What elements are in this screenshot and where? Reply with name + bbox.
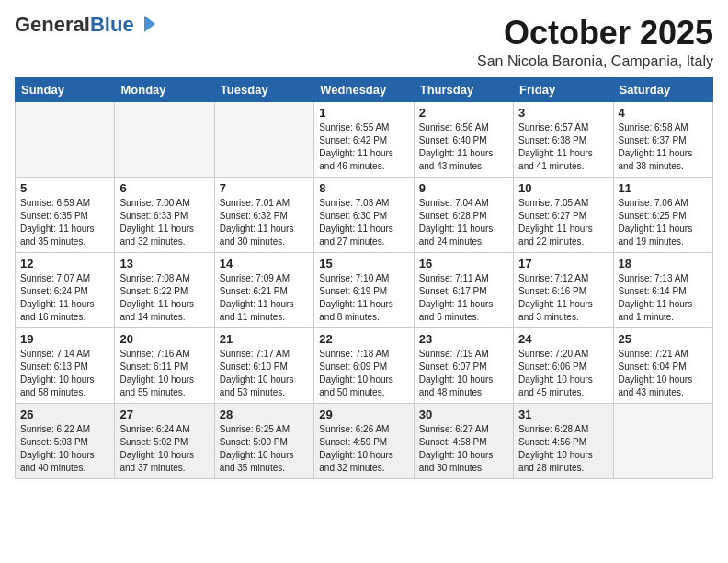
day-number: 25 — [619, 332, 708, 346]
calendar-cell: 22Sunrise: 7:18 AM Sunset: 6:09 PM Dayli… — [314, 327, 414, 403]
calendar-cell: 7Sunrise: 7:01 AM Sunset: 6:32 PM Daylig… — [214, 177, 313, 252]
day-number: 4 — [619, 106, 708, 120]
day-number: 24 — [518, 332, 608, 346]
calendar-cell: 15Sunrise: 7:10 AM Sunset: 6:19 PM Dayli… — [314, 252, 414, 327]
day-number: 18 — [619, 257, 708, 270]
day-number: 27 — [119, 408, 209, 421]
logo-text: GeneralBlue — [15, 15, 134, 35]
day-info: Sunrise: 7:10 AM Sunset: 6:19 PM Dayligh… — [319, 272, 408, 324]
calendar-cell: 18Sunrise: 7:13 AM Sunset: 6:14 PM Dayli… — [613, 252, 712, 327]
calendar-cell: 23Sunrise: 7:19 AM Sunset: 6:07 PM Dayli… — [414, 327, 513, 403]
title-block: October 2025 San Nicola Baronia, Campani… — [477, 15, 713, 70]
calendar-cell: 6Sunrise: 7:00 AM Sunset: 6:33 PM Daylig… — [115, 177, 214, 252]
day-number: 1 — [319, 106, 408, 120]
calendar-cell: 4Sunrise: 6:58 AM Sunset: 6:37 PM Daylig… — [613, 101, 712, 177]
day-info: Sunrise: 7:11 AM Sunset: 6:17 PM Dayligh… — [419, 272, 508, 324]
calendar-week-4: 26Sunrise: 6:22 AM Sunset: 5:03 PM Dayli… — [16, 403, 713, 478]
day-number: 21 — [220, 332, 309, 346]
day-number: 2 — [419, 106, 508, 120]
day-info: Sunrise: 6:24 AM Sunset: 5:02 PM Dayligh… — [119, 423, 209, 475]
calendar-cell: 1Sunrise: 6:55 AM Sunset: 6:42 PM Daylig… — [314, 101, 414, 177]
day-info: Sunrise: 6:27 AM Sunset: 4:58 PM Dayligh… — [419, 423, 508, 475]
calendar-title: October 2025 — [477, 15, 713, 52]
calendar-cell: 25Sunrise: 7:21 AM Sunset: 6:04 PM Dayli… — [613, 327, 712, 403]
calendar-week-0: 1Sunrise: 6:55 AM Sunset: 6:42 PM Daylig… — [16, 101, 713, 177]
day-info: Sunrise: 7:20 AM Sunset: 6:06 PM Dayligh… — [518, 348, 608, 399]
calendar-cell: 11Sunrise: 7:06 AM Sunset: 6:25 PM Dayli… — [613, 177, 712, 252]
day-info: Sunrise: 6:57 AM Sunset: 6:38 PM Dayligh… — [518, 121, 608, 173]
day-info: Sunrise: 7:13 AM Sunset: 6:14 PM Dayligh… — [619, 272, 708, 324]
day-number: 12 — [20, 257, 109, 270]
calendar-subtitle: San Nicola Baronia, Campania, Italy — [477, 53, 713, 70]
day-info: Sunrise: 6:59 AM Sunset: 6:35 PM Dayligh… — [20, 197, 109, 248]
column-header-saturday: Saturday — [613, 77, 712, 101]
day-info: Sunrise: 7:19 AM Sunset: 6:07 PM Dayligh… — [419, 348, 508, 399]
calendar-cell: 12Sunrise: 7:07 AM Sunset: 6:24 PM Dayli… — [16, 252, 115, 327]
column-header-monday: Monday — [115, 77, 214, 101]
day-number: 10 — [518, 181, 608, 195]
calendar-cell — [613, 403, 712, 478]
calendar-week-1: 5Sunrise: 6:59 AM Sunset: 6:35 PM Daylig… — [16, 177, 713, 252]
day-number: 16 — [419, 257, 508, 270]
calendar-cell: 17Sunrise: 7:12 AM Sunset: 6:16 PM Dayli… — [514, 252, 613, 327]
calendar-cell: 5Sunrise: 6:59 AM Sunset: 6:35 PM Daylig… — [16, 177, 115, 252]
calendar-cell: 19Sunrise: 7:14 AM Sunset: 6:13 PM Dayli… — [16, 327, 115, 403]
calendar-cell: 26Sunrise: 6:22 AM Sunset: 5:03 PM Dayli… — [16, 403, 115, 478]
calendar-cell — [115, 101, 214, 177]
column-header-sunday: Sunday — [16, 77, 115, 101]
day-number: 8 — [319, 181, 408, 195]
calendar-cell: 8Sunrise: 7:03 AM Sunset: 6:30 PM Daylig… — [314, 177, 414, 252]
day-info: Sunrise: 6:25 AM Sunset: 5:00 PM Dayligh… — [220, 423, 309, 475]
day-number: 20 — [119, 332, 209, 346]
day-number: 19 — [20, 332, 109, 346]
calendar-body: 1Sunrise: 6:55 AM Sunset: 6:42 PM Daylig… — [16, 101, 713, 478]
day-info: Sunrise: 7:21 AM Sunset: 6:04 PM Dayligh… — [619, 348, 708, 399]
day-info: Sunrise: 7:18 AM Sunset: 6:09 PM Dayligh… — [319, 348, 408, 399]
day-number: 28 — [220, 408, 309, 421]
day-info: Sunrise: 6:56 AM Sunset: 6:40 PM Dayligh… — [419, 121, 508, 173]
day-info: Sunrise: 6:58 AM Sunset: 6:37 PM Dayligh… — [619, 121, 708, 173]
calendar-cell: 27Sunrise: 6:24 AM Sunset: 5:02 PM Dayli… — [115, 403, 214, 478]
calendar-cell: 2Sunrise: 6:56 AM Sunset: 6:40 PM Daylig… — [414, 101, 513, 177]
calendar-cell: 24Sunrise: 7:20 AM Sunset: 6:06 PM Dayli… — [514, 327, 613, 403]
calendar-cell: 9Sunrise: 7:04 AM Sunset: 6:28 PM Daylig… — [414, 177, 513, 252]
day-info: Sunrise: 7:14 AM Sunset: 6:13 PM Dayligh… — [20, 348, 109, 399]
calendar-table: SundayMondayTuesdayWednesdayThursdayFrid… — [15, 77, 713, 479]
day-info: Sunrise: 7:17 AM Sunset: 6:10 PM Dayligh… — [220, 348, 309, 399]
day-info: Sunrise: 7:06 AM Sunset: 6:25 PM Dayligh… — [619, 197, 708, 248]
calendar-week-3: 19Sunrise: 7:14 AM Sunset: 6:13 PM Dayli… — [16, 327, 713, 403]
day-number: 17 — [518, 257, 608, 270]
day-number: 23 — [419, 332, 508, 346]
logo: GeneralBlue — [15, 15, 157, 35]
day-info: Sunrise: 7:16 AM Sunset: 6:11 PM Dayligh… — [119, 348, 209, 399]
column-header-tuesday: Tuesday — [214, 77, 313, 101]
logo-icon — [137, 14, 157, 34]
day-number: 29 — [319, 408, 408, 421]
calendar-cell: 31Sunrise: 6:28 AM Sunset: 4:56 PM Dayli… — [514, 403, 613, 478]
calendar-cell: 13Sunrise: 7:08 AM Sunset: 6:22 PM Dayli… — [115, 252, 214, 327]
day-info: Sunrise: 6:22 AM Sunset: 5:03 PM Dayligh… — [20, 423, 109, 475]
day-info: Sunrise: 7:03 AM Sunset: 6:30 PM Dayligh… — [319, 197, 408, 248]
svg-marker-0 — [144, 16, 155, 32]
calendar-cell: 16Sunrise: 7:11 AM Sunset: 6:17 PM Dayli… — [414, 252, 513, 327]
calendar-cell: 14Sunrise: 7:09 AM Sunset: 6:21 PM Dayli… — [214, 252, 313, 327]
column-header-friday: Friday — [514, 77, 613, 101]
day-number: 15 — [319, 257, 408, 270]
calendar-cell: 29Sunrise: 6:26 AM Sunset: 4:59 PM Dayli… — [314, 403, 414, 478]
calendar-cell — [214, 101, 313, 177]
calendar-header-row: SundayMondayTuesdayWednesdayThursdayFrid… — [16, 77, 713, 101]
day-number: 30 — [419, 408, 508, 421]
calendar-week-2: 12Sunrise: 7:07 AM Sunset: 6:24 PM Dayli… — [16, 252, 713, 327]
day-number: 22 — [319, 332, 408, 346]
day-number: 9 — [419, 181, 508, 195]
day-info: Sunrise: 6:28 AM Sunset: 4:56 PM Dayligh… — [518, 423, 608, 475]
day-number: 14 — [220, 257, 309, 270]
day-number: 5 — [20, 181, 109, 195]
day-info: Sunrise: 7:12 AM Sunset: 6:16 PM Dayligh… — [518, 272, 608, 324]
day-info: Sunrise: 7:04 AM Sunset: 6:28 PM Dayligh… — [419, 197, 508, 248]
calendar-cell: 28Sunrise: 6:25 AM Sunset: 5:00 PM Dayli… — [214, 403, 313, 478]
day-info: Sunrise: 6:55 AM Sunset: 6:42 PM Dayligh… — [319, 121, 408, 173]
day-number: 11 — [619, 181, 708, 195]
calendar-cell: 3Sunrise: 6:57 AM Sunset: 6:38 PM Daylig… — [514, 101, 613, 177]
day-info: Sunrise: 7:07 AM Sunset: 6:24 PM Dayligh… — [20, 272, 109, 324]
